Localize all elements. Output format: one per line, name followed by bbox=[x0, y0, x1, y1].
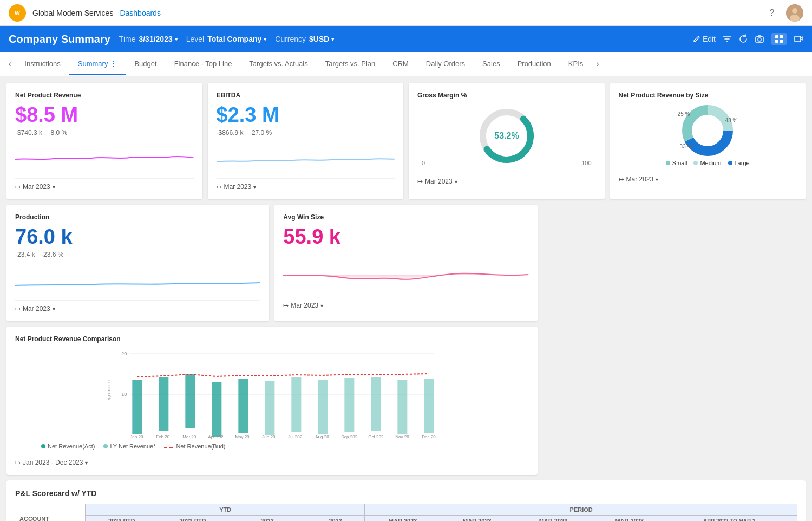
svg-rect-32 bbox=[265, 381, 274, 435]
gross-margin-title: Gross Margin % bbox=[417, 92, 596, 99]
net-product-revenue-by-size-footer[interactable]: ↦ Mar 2023 ▾ bbox=[619, 171, 797, 183]
legend-act: Net Revenue(Act) bbox=[41, 443, 95, 450]
top-nav: w Global Modern Services Dashboards ? bbox=[0, 0, 812, 26]
svg-text:May 20...: May 20... bbox=[235, 434, 253, 439]
comparison-legend: Net Revenue(Act) LY Net Revenue* Net Rev… bbox=[41, 443, 529, 450]
tab-targets-plan[interactable]: Targets vs. Plan bbox=[317, 53, 384, 75]
comparison-title: Net Product Revenue Comparison bbox=[15, 335, 529, 343]
time-param: Time 3/31/2023 ▾ bbox=[119, 35, 178, 43]
tab-bar: ‹ Instructions Summary ⋮ Budget Finance … bbox=[0, 52, 812, 76]
level-label: Level bbox=[186, 35, 204, 43]
currency-value[interactable]: $USD ▾ bbox=[309, 35, 334, 43]
comparison-footer[interactable]: ↦ Jan 2023 - Dec 2023 ▾ bbox=[15, 454, 529, 466]
tab-menu-icon[interactable]: ⋮ bbox=[110, 60, 117, 68]
currency-chevron: ▾ bbox=[331, 36, 334, 42]
svg-text:$,000,000: $,000,000 bbox=[107, 380, 112, 400]
edit-button[interactable]: Edit bbox=[693, 35, 716, 43]
svg-rect-29 bbox=[185, 374, 195, 428]
tab-targets-actuals[interactable]: Targets vs. Actuals bbox=[240, 53, 316, 75]
avg-win-size-title: Avg Win Size bbox=[283, 213, 528, 221]
page-title: Company Summary bbox=[9, 33, 110, 45]
tab-summary[interactable]: Summary ⋮ bbox=[69, 53, 126, 75]
level-value[interactable]: Total Company ▾ bbox=[207, 35, 266, 43]
svg-rect-7 bbox=[775, 35, 778, 38]
tab-budget[interactable]: Budget bbox=[126, 53, 165, 75]
time-chevron: ▾ bbox=[175, 36, 178, 42]
size-donut-chart: 25 % 43 % 33 % bbox=[619, 103, 797, 158]
production-chevron: ▾ bbox=[53, 306, 55, 312]
svg-rect-30 bbox=[212, 382, 221, 437]
production-footer[interactable]: ↦ Mar 2023 ▾ bbox=[15, 300, 260, 312]
mar-var-pct-header: MAR 2023VAR % bbox=[592, 516, 666, 522]
grid-icon[interactable] bbox=[771, 33, 787, 45]
account-header: ACCOUNT bbox=[15, 504, 86, 521]
currency-param: Currency $USD ▾ bbox=[275, 35, 334, 43]
ebitda-footer[interactable]: ↦ Mar 2023 ▾ bbox=[217, 178, 395, 191]
dashboards-link[interactable]: Dashboards bbox=[120, 9, 161, 17]
svg-point-6 bbox=[758, 38, 761, 41]
net-product-revenue-card: Net Product Revenue $8.5 M -$740.3 k -8.… bbox=[6, 83, 202, 199]
time-label: Time bbox=[119, 35, 136, 43]
filter-icon[interactable] bbox=[722, 34, 732, 44]
net-product-revenue-comparison-card: Net Product Revenue Comparison 20 10 $,0… bbox=[6, 327, 538, 475]
tab-sales[interactable]: Sales bbox=[474, 53, 509, 75]
production-delta: -23.4 k -23.6 % bbox=[15, 251, 260, 258]
tab-prev-button[interactable]: ‹ bbox=[4, 52, 16, 76]
tab-next-button[interactable]: › bbox=[592, 52, 603, 76]
gross-margin-donut: 53.2% 0 100 bbox=[417, 103, 596, 168]
svg-text:Jul 202...: Jul 202... bbox=[288, 434, 305, 439]
avg-win-size-sparkline bbox=[283, 262, 528, 289]
net-product-revenue-title: Net Product Revenue bbox=[15, 92, 194, 99]
ebitda-value: $2.3 M bbox=[217, 103, 395, 127]
svg-rect-36 bbox=[371, 377, 381, 431]
ebitda-title: EBITDA bbox=[217, 92, 395, 99]
main-content: Net Product Revenue $8.5 M -$740.3 k -8.… bbox=[0, 76, 812, 521]
ebitda-chevron: ▾ bbox=[253, 184, 256, 190]
svg-text:Feb 20...: Feb 20... bbox=[156, 434, 173, 439]
mar-act-header: MAR 2023ACT bbox=[365, 516, 440, 522]
gross-margin-footer[interactable]: ↦ Mar 2023 ▾ bbox=[417, 173, 596, 185]
net-product-revenue-by-size-card: Net Product Revenue by Size 25 % 43 % 33… bbox=[610, 83, 806, 199]
svg-text:Nov 20...: Nov 20... bbox=[395, 434, 412, 439]
camera-icon[interactable] bbox=[755, 34, 764, 44]
net-product-revenue-delta: -$740.3 k -8.0 % bbox=[15, 129, 194, 136]
tab-crm[interactable]: CRM bbox=[384, 53, 417, 75]
level-param: Level Total Company ▾ bbox=[186, 35, 267, 43]
tab-kpis[interactable]: KPIs bbox=[560, 53, 592, 75]
top-cards-row: Net Product Revenue $8.5 M -$740.3 k -8.… bbox=[6, 83, 806, 199]
help-icon[interactable]: ? bbox=[764, 5, 780, 21]
svg-text:25 %: 25 % bbox=[678, 111, 690, 117]
production-title: Production bbox=[15, 213, 260, 221]
tab-production[interactable]: Production bbox=[509, 53, 560, 75]
tab-daily-orders[interactable]: Daily Orders bbox=[417, 53, 474, 75]
svg-text:33 %: 33 % bbox=[680, 144, 692, 149]
comparison-chevron: ▾ bbox=[85, 460, 88, 466]
svg-text:Sep 202...: Sep 202... bbox=[341, 434, 361, 439]
tab-finance[interactable]: Finance - Top Line bbox=[166, 53, 241, 75]
svg-rect-9 bbox=[775, 40, 778, 43]
refresh-icon[interactable] bbox=[738, 34, 748, 44]
gross-margin-chevron: ▾ bbox=[455, 179, 457, 185]
svg-rect-8 bbox=[780, 35, 783, 38]
ytd-var-header: 2023VARIANCE bbox=[228, 516, 306, 522]
avg-win-size-footer[interactable]: ↦ Mar 2023 ▾ bbox=[283, 297, 528, 309]
user-avatar[interactable] bbox=[786, 4, 803, 22]
svg-text:Apr 202...: Apr 202... bbox=[208, 434, 227, 439]
net-product-revenue-sparkline bbox=[15, 143, 194, 170]
size-chevron: ▾ bbox=[656, 177, 658, 183]
header-actions: Edit bbox=[693, 33, 803, 45]
tab-instructions[interactable]: Instructions bbox=[16, 53, 69, 75]
bottom-cards-row: Production 76.0 k -23.4 k -23.6 % ↦ Mar … bbox=[6, 205, 806, 475]
video-icon[interactable] bbox=[794, 34, 803, 44]
header-bar: Company Summary Time 3/31/2023 ▾ Level T… bbox=[0, 26, 812, 52]
workday-logo: w bbox=[9, 4, 26, 22]
production-sparkline bbox=[15, 265, 260, 292]
avg-win-size-value: 55.9 k bbox=[283, 225, 528, 249]
net-product-revenue-footer[interactable]: ↦ Mar 2023 ▾ bbox=[15, 178, 194, 191]
level-chevron: ▾ bbox=[264, 36, 266, 42]
time-value[interactable]: 3/31/2023 ▾ bbox=[139, 35, 177, 43]
legend-ly: LY Net Revenue* bbox=[103, 443, 155, 450]
ebitda-delta: -$866.9 k -27.0 % bbox=[217, 129, 395, 136]
currency-label: Currency bbox=[275, 35, 306, 43]
comparison-chart: 20 10 $,000,000 bbox=[15, 347, 529, 439]
